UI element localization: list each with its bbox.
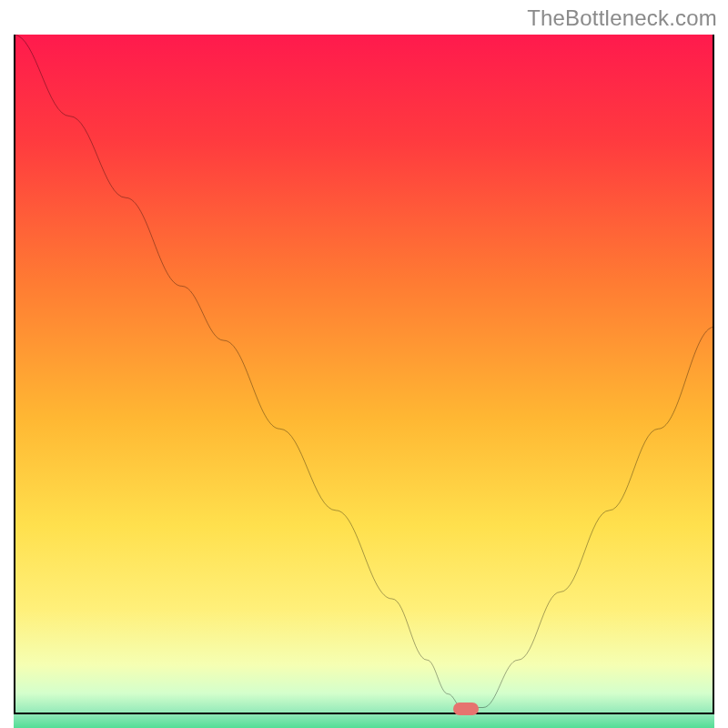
bottleneck-curve xyxy=(14,35,714,714)
chart-container: TheBottleneck.com xyxy=(0,0,728,728)
watermark-text: TheBottleneck.com xyxy=(527,5,717,31)
optimal-marker xyxy=(453,703,479,715)
plot-area xyxy=(14,35,714,714)
